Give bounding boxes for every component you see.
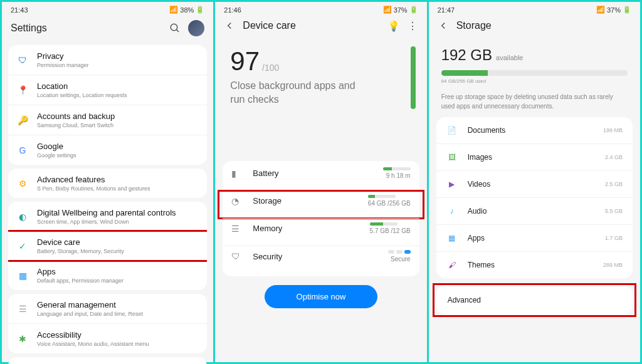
status-indicators: 📶37%🔋	[596, 6, 631, 14]
settings-item-wellbeing[interactable]: ◐ Digital Wellbeing and parental control…	[8, 202, 207, 231]
storage-row-videos[interactable]: ▶ Videos 2.5 GB	[436, 170, 633, 197]
item-title: General management	[37, 300, 143, 309]
item-title: Accounts and backup	[37, 112, 115, 121]
settings-item-location[interactable]: 📍 Location Location settings, Location r…	[8, 75, 207, 105]
security-icon: 🛡	[231, 251, 244, 261]
audio-icon: ♪	[446, 205, 458, 217]
settings-header: Settings	[2, 15, 213, 41]
storage-description: Free up storage space by deleting unused…	[429, 88, 640, 115]
back-icon[interactable]	[224, 20, 235, 31]
storage-row-images[interactable]: 🖼 Images 2.4 GB	[436, 143, 633, 170]
images-icon: 🖼	[446, 152, 458, 163]
devicecare-icon: ✓	[16, 239, 29, 253]
stat-value: 9 h 18 m	[383, 172, 411, 179]
storage-category-size: 5.5 GB	[605, 208, 623, 214]
accessibility-icon: ✱	[16, 332, 29, 346]
settings-item-google[interactable]: G Google Google settings	[8, 135, 207, 165]
storage-summary: 192 GBavailable 64 GB/256 GB used	[429, 36, 640, 88]
device-care-screen: 21:46 📶37%🔋 Device care 💡 ⋮ 97/100 Close…	[213, 2, 426, 362]
search-icon[interactable]	[169, 23, 181, 34]
storage-category-name: Documents	[468, 126, 593, 135]
settings-item-softupdate[interactable]: ↓ Software update Download updates, Last…	[8, 357, 207, 364]
item-subtitle: Google settings	[37, 152, 76, 159]
item-subtitle: Language and input, Date and time, Reset	[37, 311, 143, 317]
storage-category-name: Apps	[468, 234, 595, 242]
stat-bar	[368, 195, 396, 198]
stat-row-storage[interactable]: ◔ Storage 64 GB /256 GB	[223, 190, 419, 218]
settings-item-accounts[interactable]: 🔑 Accounts and backup Samsung Cloud, Sma…	[8, 105, 207, 135]
item-title: Accessibility	[37, 330, 149, 340]
storage-row-apps[interactable]: ▦ Apps 1.7 GB	[436, 224, 633, 251]
stat-bar	[370, 222, 397, 226]
storage-category-size: 2.4 GB	[605, 154, 623, 160]
google-icon: G	[16, 143, 29, 157]
stat-value: Secure	[388, 256, 411, 263]
care-stats: ▮ Battery 9 h 18 m◔ Storage 64 GB /256 G…	[223, 161, 419, 276]
status-time: 21:47	[438, 6, 455, 14]
storage-category-name: Images	[468, 153, 595, 162]
storage-available-label: available	[496, 54, 523, 61]
avatar[interactable]	[188, 20, 204, 36]
tips-icon[interactable]: 💡	[388, 20, 399, 31]
settings-item-apps[interactable]: ▦ Apps Default apps, Permission manager	[8, 261, 207, 290]
score-max: /100	[262, 63, 279, 76]
svg-point-0	[171, 24, 178, 31]
stat-value: 5.7 GB /12 GB	[370, 227, 411, 234]
settings-list: 🛡 Privacy Permission manager 📍 Location …	[2, 41, 213, 364]
status-bar: 21:43 📶38%🔋	[2, 2, 213, 15]
stat-label: Security	[253, 252, 379, 261]
item-title: Device care	[37, 237, 124, 247]
item-subtitle: Location settings, Location requests	[37, 92, 127, 98]
page-title: Storage	[456, 20, 492, 31]
advanced-icon: ⚙	[16, 177, 29, 190]
settings-item-devicecare[interactable]: ✓ Device care Battery, Storage, Memory, …	[8, 231, 207, 261]
settings-item-general[interactable]: ☰ General management Language and input,…	[8, 294, 207, 323]
videos-icon: ▶	[446, 179, 458, 190]
device-care-header: Device care 💡 ⋮	[215, 15, 426, 36]
back-icon[interactable]	[438, 20, 449, 31]
storage-row-audio[interactable]: ♪ Audio 5.5 GB	[436, 197, 633, 224]
storage-screen: 21:47 📶37%🔋 Storage 192 GBavailable 64 G…	[427, 2, 640, 362]
item-title: Digital Wellbeing and parental controls	[37, 208, 176, 217]
advanced-row[interactable]: Advanced	[436, 286, 633, 315]
storage-icon: ◔	[231, 196, 244, 206]
storage-category-name: Themes	[468, 261, 593, 269]
storage-row-documents[interactable]: 📄 Documents 199 MB	[436, 117, 633, 143]
item-subtitle: Permission manager	[37, 62, 89, 68]
device-score: 97/100 Close background apps and run che…	[215, 36, 426, 111]
location-icon: 📍	[16, 83, 29, 97]
more-icon[interactable]: ⋮	[407, 20, 418, 31]
documents-icon: 📄	[446, 125, 458, 136]
battery-icon: ▮	[231, 169, 244, 179]
storage-categories: 📄 Documents 199 MB🖼 Images 2.4 GB▶ Video…	[436, 117, 633, 278]
privacy-icon: 🛡	[16, 53, 29, 67]
status-bar: 21:47 📶37%🔋	[429, 2, 640, 15]
storage-bar	[441, 70, 628, 76]
status-time: 21:46	[224, 6, 241, 14]
stat-row-security[interactable]: 🛡 Security Secure	[223, 246, 419, 274]
svg-line-1	[177, 29, 179, 32]
status-bar: 21:46 📶37%🔋	[215, 2, 426, 15]
stat-label: Memory	[253, 224, 360, 233]
apps-icon: ▦	[446, 232, 458, 244]
optimise-button[interactable]: Optimise now	[265, 285, 377, 308]
stat-row-battery[interactable]: ▮ Battery 9 h 18 m	[223, 164, 419, 190]
stat-row-memory[interactable]: ☰ Memory 5.7 GB /12 GB	[223, 218, 419, 246]
item-subtitle: S Pen, Bixby Routines, Motions and gestu…	[37, 185, 150, 192]
settings-item-privacy[interactable]: 🛡 Privacy Permission manager	[8, 45, 207, 75]
item-title: Advanced features	[37, 175, 150, 184]
page-title: Settings	[11, 23, 47, 34]
item-title: Apps	[37, 267, 124, 276]
stat-label: Storage	[253, 196, 359, 205]
settings-screen: 21:43 📶38%🔋 Settings 🛡 Privacy Permissio…	[2, 2, 213, 362]
general-icon: ☰	[16, 302, 29, 316]
settings-item-accessibility[interactable]: ✱ Accessibility Voice Assistant, Mono au…	[8, 323, 207, 353]
status-time: 21:43	[11, 6, 28, 14]
accounts-icon: 🔑	[16, 113, 29, 127]
stat-value: 64 GB /256 GB	[368, 200, 411, 207]
storage-row-themes[interactable]: 🖌 Themes 289 MB	[436, 251, 633, 278]
themes-icon: 🖌	[446, 259, 458, 271]
item-title: Location	[37, 81, 127, 91]
settings-item-advanced[interactable]: ⚙ Advanced features S Pen, Bixby Routine…	[8, 169, 207, 198]
score-value: 97	[230, 46, 260, 76]
